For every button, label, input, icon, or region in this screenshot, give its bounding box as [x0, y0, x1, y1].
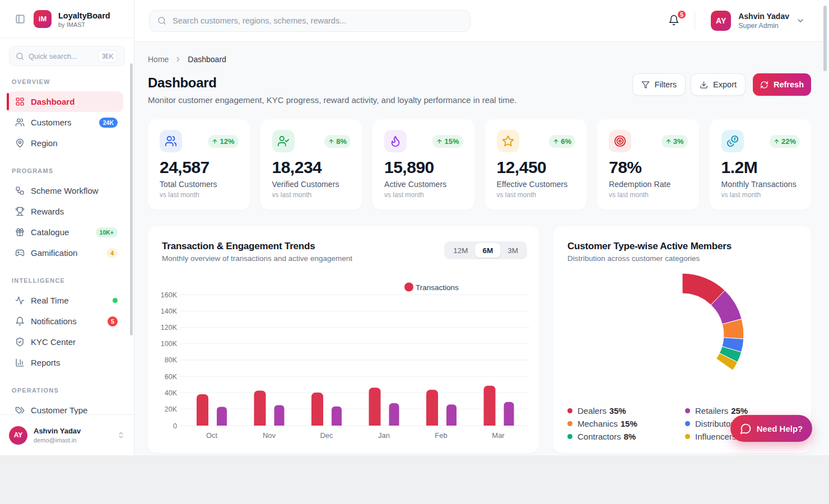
svg-text:140K: 140K — [161, 307, 178, 315]
svg-text:160K: 160K — [161, 291, 178, 299]
svg-text:120K: 120K — [161, 324, 178, 332]
svg-text:80K: 80K — [165, 356, 178, 364]
svg-text:Oct: Oct — [206, 431, 218, 440]
svg-text:60K: 60K — [165, 373, 178, 381]
svg-text:Feb: Feb — [435, 431, 447, 440]
svg-text:0: 0 — [173, 422, 177, 430]
svg-text:Nov: Nov — [263, 431, 276, 440]
svg-text:Mar: Mar — [492, 431, 505, 440]
svg-text:Transactions: Transactions — [416, 283, 459, 292]
svg-text:100K: 100K — [161, 340, 178, 348]
svg-text:Dec: Dec — [320, 431, 333, 440]
svg-text:20K: 20K — [165, 405, 178, 413]
svg-text:40K: 40K — [165, 389, 178, 397]
svg-text:Jan: Jan — [378, 431, 390, 440]
